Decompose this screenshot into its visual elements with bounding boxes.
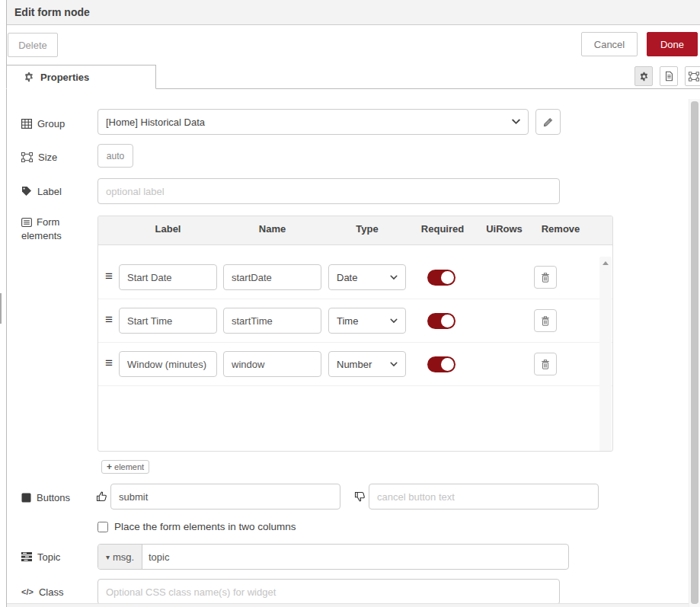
add-element-button[interactable]: +element xyxy=(101,460,149,474)
group-select-value: [Home] Historical Data xyxy=(106,117,512,128)
tab-properties-label: Properties xyxy=(40,72,89,83)
column-header-uirows: UiRows xyxy=(479,223,529,235)
drag-handle-icon[interactable]: ≡ xyxy=(105,356,113,371)
chevron-down-icon xyxy=(512,119,520,125)
remove-element-button[interactable] xyxy=(534,353,557,375)
remove-element-button[interactable] xyxy=(534,309,557,332)
buttons-field-label: Buttons xyxy=(21,484,70,510)
element-label-input[interactable] xyxy=(119,308,217,334)
remove-element-button[interactable] xyxy=(534,266,557,289)
column-header-name: Name xyxy=(223,223,321,235)
form-element-row: ≡ Date xyxy=(98,256,612,299)
element-type-select[interactable]: Number xyxy=(328,351,406,377)
column-header-remove: Remove xyxy=(534,223,587,235)
thumbs-up-icon xyxy=(96,490,108,503)
object-group-icon xyxy=(689,72,699,81)
table-scrollbar[interactable] xyxy=(599,257,612,452)
label-input[interactable] xyxy=(97,178,560,204)
scroll-up-icon[interactable] xyxy=(603,261,609,265)
label-field-label: Label xyxy=(21,178,62,204)
two-columns-label: Place the form elements in two columns xyxy=(114,521,296,532)
file-icon xyxy=(664,71,674,81)
size-button[interactable]: auto xyxy=(97,144,133,168)
form-elements-field-label: Form elements xyxy=(21,216,82,243)
element-label-input[interactable] xyxy=(119,264,217,290)
size-field-label: Size xyxy=(21,144,57,170)
table-icon xyxy=(21,119,32,129)
appearance-tool-button[interactable] xyxy=(685,66,700,86)
form-element-row: ≡ Time xyxy=(98,299,612,343)
tab-properties[interactable]: Properties xyxy=(6,65,156,89)
form-elements-table: Label Name Type Required UiRows Remove ≡… xyxy=(97,216,613,452)
element-type-select[interactable]: Time xyxy=(328,308,406,334)
properties-tool-button[interactable] xyxy=(634,66,653,86)
drag-handle-icon[interactable]: ≡ xyxy=(105,312,113,327)
done-button[interactable]: Done xyxy=(647,32,698,56)
square-icon xyxy=(21,493,31,503)
submit-button-text-input[interactable] xyxy=(110,484,340,510)
group-select[interactable]: [Home] Historical Data xyxy=(97,109,529,135)
required-toggle[interactable] xyxy=(427,313,455,329)
required-toggle[interactable] xyxy=(427,270,455,286)
form-elements-table-header: Label Name Type Required UiRows Remove xyxy=(98,216,612,245)
tray-resize-grip[interactable] xyxy=(0,293,2,324)
element-name-input[interactable] xyxy=(223,308,321,334)
tag-icon xyxy=(21,186,32,196)
required-toggle[interactable] xyxy=(427,356,455,372)
edit-group-button[interactable] xyxy=(535,109,561,135)
form-element-row: ≡ Number xyxy=(98,343,612,386)
column-header-label: Label xyxy=(119,223,217,235)
tasks-icon xyxy=(21,552,32,561)
pencil-icon xyxy=(542,117,554,128)
plus-icon: + xyxy=(107,462,112,472)
dialog-scrollbar[interactable] xyxy=(689,99,700,607)
toggle-knob xyxy=(441,315,454,327)
toggle-knob xyxy=(441,358,454,371)
form-elements-table-body: ≡ Date ≡ Time xyxy=(98,256,612,452)
drag-handle-icon[interactable]: ≡ xyxy=(105,269,113,284)
element-type-select[interactable]: Date xyxy=(328,264,406,290)
column-header-required: Required xyxy=(412,223,473,235)
code-icon: </> xyxy=(21,587,34,596)
cancel-button-text-input[interactable] xyxy=(369,484,599,510)
thumbs-down-icon xyxy=(354,490,366,503)
topic-value-input[interactable]: topic xyxy=(142,545,568,569)
class-input[interactable] xyxy=(97,579,560,605)
element-name-input[interactable] xyxy=(223,351,321,377)
list-alt-icon xyxy=(21,218,32,227)
object-group-icon xyxy=(21,152,33,162)
toggle-knob xyxy=(441,271,454,284)
topic-typed-input: ▾ msg. topic xyxy=(97,544,569,570)
scrollbar-thumb[interactable] xyxy=(691,101,698,604)
caret-down-icon: ▾ xyxy=(106,553,110,561)
cancel-button[interactable]: Cancel xyxy=(581,32,638,56)
trash-icon xyxy=(540,315,551,327)
two-columns-checkbox[interactable] xyxy=(97,522,108,532)
gear-icon xyxy=(24,72,34,82)
chevron-down-icon xyxy=(390,362,398,367)
element-label-input[interactable] xyxy=(119,351,217,377)
trash-icon xyxy=(540,359,551,370)
group-field-label: Group xyxy=(21,110,65,136)
column-header-type: Type xyxy=(328,223,406,235)
trash-icon xyxy=(540,272,551,283)
chevron-down-icon xyxy=(390,275,398,280)
topic-type-button[interactable]: ▾ msg. xyxy=(98,545,142,569)
delete-button[interactable]: Delete xyxy=(8,33,58,57)
description-tool-button[interactable] xyxy=(660,66,678,86)
chevron-down-icon xyxy=(390,318,398,324)
dialog-bottom-edge xyxy=(7,603,689,607)
dialog-left-border xyxy=(6,0,7,607)
dialog-title: Edit form node xyxy=(7,0,700,25)
topic-field-label: Topic xyxy=(21,544,60,570)
gear-icon xyxy=(639,72,649,81)
class-field-label: </> Class xyxy=(21,579,63,605)
element-name-input[interactable] xyxy=(223,264,321,290)
topic-type-label: msg. xyxy=(113,551,134,563)
